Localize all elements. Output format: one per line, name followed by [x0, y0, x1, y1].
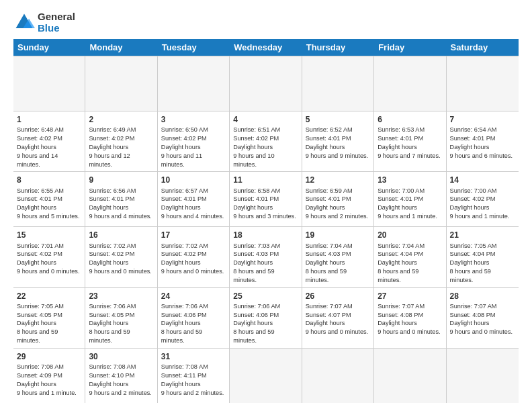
day-number: 10	[161, 175, 226, 185]
page-header: General Blue	[13, 11, 519, 34]
sun-info: Sunrise: 6:54 AMSunset: 4:01 PMDaylight …	[450, 126, 513, 158]
day-number: 27	[378, 291, 442, 302]
cal-cell: 22Sunrise: 7:05 AMSunset: 4:05 PMDayligh…	[13, 288, 85, 348]
day-number: 1	[17, 114, 81, 125]
header-tuesday: Tuesday	[158, 39, 230, 56]
calendar-row-0	[13, 56, 519, 111]
cal-cell: 31Sunrise: 7:08 AMSunset: 4:11 PMDayligh…	[158, 349, 230, 403]
sun-info: Sunrise: 7:00 AMSunset: 4:01 PMDaylight …	[378, 187, 437, 220]
day-number: 11	[233, 175, 298, 185]
calendar: Sunday Monday Tuesday Wednesday Thursday…	[13, 39, 519, 403]
cal-cell: 16Sunrise: 7:02 AMSunset: 4:02 PMDayligh…	[85, 227, 157, 287]
day-number: 28	[450, 291, 515, 302]
cal-cell: 3Sunrise: 6:50 AMSunset: 4:02 PMDaylight…	[158, 111, 230, 171]
day-number: 31	[161, 351, 226, 362]
cal-cell: 25Sunrise: 7:06 AMSunset: 4:06 PMDayligh…	[230, 288, 302, 348]
logo-icon	[13, 11, 35, 33]
day-number: 3	[161, 114, 226, 125]
day-number: 23	[89, 291, 153, 302]
cal-cell: 20Sunrise: 7:04 AMSunset: 4:04 PMDayligh…	[374, 227, 446, 287]
cal-cell: 14Sunrise: 7:00 AMSunset: 4:02 PMDayligh…	[447, 172, 519, 226]
day-number: 13	[378, 175, 442, 185]
cal-cell: 10Sunrise: 6:57 AMSunset: 4:01 PMDayligh…	[158, 172, 230, 226]
cal-cell: 29Sunrise: 7:08 AMSunset: 4:09 PMDayligh…	[13, 349, 85, 403]
day-number: 2	[89, 114, 153, 125]
sun-info: Sunrise: 6:59 AMSunset: 4:01 PMDaylight …	[306, 187, 368, 220]
day-number: 18	[233, 230, 298, 240]
day-number: 7	[450, 114, 515, 125]
logo: General Blue	[13, 11, 75, 34]
cal-cell	[230, 56, 302, 111]
cal-cell: 28Sunrise: 7:07 AMSunset: 4:08 PMDayligh…	[447, 288, 519, 348]
header-sunday: Sunday	[13, 39, 85, 56]
calendar-page: General Blue Sunday Monday Tuesday Wedne…	[0, 0, 532, 411]
calendar-row-4: 22Sunrise: 7:05 AMSunset: 4:05 PMDayligh…	[13, 288, 519, 349]
cal-cell	[302, 349, 374, 403]
sun-info: Sunrise: 7:08 AMSunset: 4:10 PMDaylight …	[89, 363, 151, 396]
sun-info: Sunrise: 6:48 AMSunset: 4:02 PMDaylight …	[17, 126, 64, 167]
day-number: 21	[450, 230, 515, 240]
day-number: 25	[233, 291, 298, 302]
calendar-row-1: 1Sunrise: 6:48 AMSunset: 4:02 PMDaylight…	[13, 111, 519, 172]
cal-cell	[158, 56, 230, 111]
calendar-body: 1Sunrise: 6:48 AMSunset: 4:02 PMDaylight…	[13, 56, 519, 403]
cal-cell	[230, 349, 302, 403]
cal-cell	[447, 56, 519, 111]
cal-cell: 6Sunrise: 6:53 AMSunset: 4:01 PMDaylight…	[374, 111, 446, 171]
cal-cell	[374, 349, 446, 403]
sun-info: Sunrise: 7:08 AMSunset: 4:11 PMDaylight …	[161, 363, 224, 396]
day-number: 8	[17, 175, 81, 185]
sun-info: Sunrise: 7:06 AMSunset: 4:05 PMDaylight …	[89, 303, 136, 344]
day-number: 14	[450, 175, 515, 185]
cal-cell: 13Sunrise: 7:00 AMSunset: 4:01 PMDayligh…	[374, 172, 446, 226]
cal-cell: 24Sunrise: 7:06 AMSunset: 4:06 PMDayligh…	[158, 288, 230, 348]
sun-info: Sunrise: 7:06 AMSunset: 4:06 PMDaylight …	[233, 303, 280, 344]
sun-info: Sunrise: 7:05 AMSunset: 4:04 PMDaylight …	[450, 242, 497, 283]
sun-info: Sunrise: 7:06 AMSunset: 4:06 PMDaylight …	[161, 303, 208, 344]
sun-info: Sunrise: 7:07 AMSunset: 4:08 PMDaylight …	[378, 303, 440, 335]
cal-cell	[85, 56, 157, 111]
day-number: 22	[17, 291, 81, 302]
sun-info: Sunrise: 7:00 AMSunset: 4:02 PMDaylight …	[450, 187, 510, 220]
cal-cell	[13, 56, 85, 111]
cal-cell: 15Sunrise: 7:01 AMSunset: 4:02 PMDayligh…	[13, 227, 85, 287]
day-number: 9	[89, 175, 153, 185]
day-number: 15	[17, 230, 81, 240]
day-number: 5	[306, 114, 370, 125]
cal-cell	[374, 56, 446, 111]
sun-info: Sunrise: 7:08 AMSunset: 4:09 PMDaylight …	[17, 363, 77, 396]
sun-info: Sunrise: 7:02 AMSunset: 4:02 PMDaylight …	[161, 242, 224, 275]
sun-info: Sunrise: 7:07 AMSunset: 4:08 PMDaylight …	[450, 303, 513, 335]
sun-info: Sunrise: 7:02 AMSunset: 4:02 PMDaylight …	[89, 242, 151, 275]
sun-info: Sunrise: 7:07 AMSunset: 4:07 PMDaylight …	[306, 303, 368, 335]
cal-cell: 11Sunrise: 6:58 AMSunset: 4:01 PMDayligh…	[230, 172, 302, 226]
sun-info: Sunrise: 6:58 AMSunset: 4:01 PMDaylight …	[233, 187, 296, 220]
cal-cell: 12Sunrise: 6:59 AMSunset: 4:01 PMDayligh…	[302, 172, 374, 226]
sun-info: Sunrise: 6:49 AMSunset: 4:02 PMDaylight …	[89, 126, 136, 167]
day-number: 20	[378, 230, 442, 240]
sun-info: Sunrise: 7:04 AMSunset: 4:04 PMDaylight …	[378, 242, 425, 283]
day-number: 6	[378, 114, 442, 125]
cal-cell: 19Sunrise: 7:04 AMSunset: 4:03 PMDayligh…	[302, 227, 374, 287]
sun-info: Sunrise: 6:50 AMSunset: 4:02 PMDaylight …	[161, 126, 208, 167]
header-wednesday: Wednesday	[230, 39, 302, 56]
day-number: 26	[306, 291, 370, 302]
sun-info: Sunrise: 6:56 AMSunset: 4:01 PMDaylight …	[89, 187, 151, 220]
cal-cell: 30Sunrise: 7:08 AMSunset: 4:10 PMDayligh…	[85, 349, 157, 403]
cal-cell: 27Sunrise: 7:07 AMSunset: 4:08 PMDayligh…	[374, 288, 446, 348]
sun-info: Sunrise: 6:53 AMSunset: 4:01 PMDaylight …	[378, 126, 440, 158]
header-monday: Monday	[85, 39, 157, 56]
cal-cell: 21Sunrise: 7:05 AMSunset: 4:04 PMDayligh…	[447, 227, 519, 287]
cal-cell: 4Sunrise: 6:51 AMSunset: 4:02 PMDaylight…	[230, 111, 302, 171]
cal-cell	[447, 349, 519, 403]
sun-info: Sunrise: 6:51 AMSunset: 4:02 PMDaylight …	[233, 126, 280, 167]
sun-info: Sunrise: 7:03 AMSunset: 4:03 PMDaylight …	[233, 242, 280, 283]
cal-cell: 9Sunrise: 6:56 AMSunset: 4:01 PMDaylight…	[85, 172, 157, 226]
day-number: 29	[17, 351, 81, 362]
cal-cell: 18Sunrise: 7:03 AMSunset: 4:03 PMDayligh…	[230, 227, 302, 287]
cal-cell: 23Sunrise: 7:06 AMSunset: 4:05 PMDayligh…	[85, 288, 157, 348]
sun-info: Sunrise: 6:52 AMSunset: 4:01 PMDaylight …	[306, 126, 368, 158]
day-number: 4	[233, 114, 298, 125]
sun-info: Sunrise: 7:01 AMSunset: 4:02 PMDaylight …	[17, 242, 79, 275]
calendar-row-2: 8Sunrise: 6:55 AMSunset: 4:01 PMDaylight…	[13, 172, 519, 227]
